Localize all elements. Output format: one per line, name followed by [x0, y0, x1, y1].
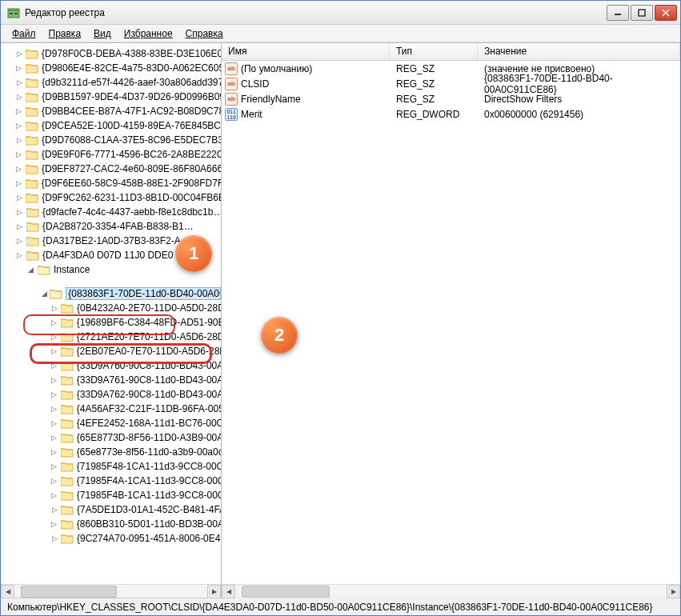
expand-icon[interactable]: ▷ [50, 304, 58, 313]
value-row[interactable]: ab CLSID REG_SZ {083863F1-70DE-11d0-BD40… [222, 76, 680, 91]
tree-key[interactable]: ▷{D9F6EE60-58C9-458B-88E1-2F908FD7F87… [4, 176, 221, 190]
tree-key[interactable]: ▷{71985F4A-1CA1-11d3-9CC8-00C0… [4, 474, 221, 488]
expand-icon[interactable]: ▷ [15, 93, 23, 102]
tree-key[interactable]: ▷{33D9A762-90C8-11d0-BD43-00A0… [4, 387, 221, 402]
tree-key[interactable]: ▷{D9806E4E-82CE-4a75-83D0-A062EC6053… [4, 61, 221, 75]
folder-icon [61, 476, 74, 486]
tree-key[interactable]: ▷{860BB310-5D01-11d0-BD3B-00A0… [4, 517, 221, 531]
header-name[interactable]: Имя [222, 43, 390, 60]
tree-key[interactable]: ▷{19689BF6-C384-48FD-AD51-90E5… [4, 315, 221, 330]
expand-icon[interactable]: ▷ [15, 208, 24, 217]
tree-key[interactable]: ▷{D9CEA52E-100D-4159-89EA-76E845BC13… [4, 118, 221, 133]
tree-key[interactable]: ▷{7A5DE1D3-01A1-452C-B481-4FA… [4, 502, 221, 517]
expand-icon[interactable]: ▷ [50, 534, 58, 543]
tree-key[interactable]: ▷{DA2B8720-3354-4FAB-B838-B1… [4, 219, 221, 234]
expand-icon[interactable]: ▷ [15, 122, 23, 130]
tree-key[interactable]: ▷{d9b3211d-e57f-4426-aaef-30a806add397… [4, 75, 221, 90]
expand-icon[interactable]: ▷ [50, 477, 58, 486]
tree-key[interactable]: ▷{0B4232A0-2E70-11D0-A5D0-28D… [4, 301, 221, 315]
expand-icon[interactable]: ▷ [15, 165, 23, 174]
header-value[interactable]: Значение [478, 43, 680, 60]
tree-key-label: {D9D76088-C1AA-37E5-8C96-E5DEC7B32… [42, 134, 221, 146]
folder-icon [61, 390, 74, 400]
menu-favorites[interactable]: Избранное [119, 26, 178, 41]
expand-icon[interactable]: ▷ [50, 448, 58, 457]
tree-key[interactable]: ▷{D978F0CB-DEBA-4388-83BE-D3E106E02… [4, 46, 221, 61]
expand-icon[interactable]: ▷ [50, 333, 58, 342]
expand-icon[interactable]: ▷ [50, 362, 58, 370]
tree-key[interactable]: ▷{71985F4B-1CA1-11d3-9CC8-00C0… [4, 488, 221, 502]
values-hscrollbar[interactable]: ◀ ▶ [222, 584, 680, 598]
menu-edit[interactable]: Правка [44, 26, 86, 41]
value-type: REG_SZ [390, 78, 478, 90]
tree-key[interactable]: ▷{2721AE20-7E70-11D0-A5D6-28DE… [4, 330, 221, 344]
content-area: ▷{D978F0CB-DEBA-4388-83BE-D3E106E02…▷{D9… [1, 42, 680, 598]
expand-icon[interactable]: ▷ [15, 107, 23, 116]
collapse-icon[interactable]: ◢ [41, 290, 47, 298]
expand-icon[interactable]: ▷ [50, 462, 58, 471]
expand-icon[interactable]: ▷ [50, 520, 58, 529]
scroll-left-icon[interactable]: ◀ [1, 585, 14, 598]
expand-icon[interactable]: ▷ [50, 419, 58, 428]
header-type[interactable]: Тип [390, 43, 478, 60]
expand-icon[interactable]: ▷ [50, 506, 58, 514]
expand-icon[interactable]: ▷ [15, 50, 23, 58]
expand-icon[interactable]: ▷ [15, 251, 24, 260]
folder-icon [26, 49, 38, 59]
tree-key[interactable]: ▷{71985F48-1CA1-11d3-9CC8-00C0… [4, 459, 221, 474]
expand-icon[interactable]: ▷ [15, 78, 23, 87]
tree-key[interactable]: ▷{33D9A760-90C8-11d0-BD43-00A0… [4, 358, 221, 373]
expand-icon[interactable]: ▷ [50, 318, 58, 327]
menu-file[interactable]: Файл [7, 26, 41, 41]
value-name: FriendlyName [241, 94, 390, 105]
expand-icon[interactable]: ▷ [15, 150, 23, 159]
tree-key[interactable]: ▷{d9facfe7-4c4c-4437-aebb-f8e1c8dbc1b… [4, 205, 221, 219]
tree-key[interactable]: ▷{D9D76088-C1AA-37E5-8C96-E5DEC7B32… [4, 133, 221, 147]
tree-key[interactable]: ▷{65e8773e-8f56-11d0-a3b9-00a0c9… [4, 445, 221, 459]
expand-icon[interactable]: ▷ [15, 136, 23, 145]
maximize-button[interactable] [631, 5, 653, 21]
folder-icon [26, 63, 38, 74]
tree-key[interactable]: ▷{4EFE2452-168A-11d1-BC76-00C0… [4, 416, 221, 430]
tree-key-selected[interactable]: ◢{083863F1-70DE-11d0-BD40-00A0C911CE86} [4, 286, 221, 301]
tree-key[interactable]: ▷{D9BB4CEE-B87A-47F1-AC92-B08D9C781… [4, 104, 221, 118]
tree-key[interactable]: ▷{2EB07EA0-7E70-11D0-A5D6-28DE… [4, 344, 221, 358]
tree-key[interactable]: ▷{9C274A70-0951-451A-8006-0E49… [4, 531, 221, 546]
minimize-button[interactable] [607, 5, 629, 21]
expand-icon[interactable]: ▷ [50, 376, 58, 385]
expand-icon[interactable]: ▷ [50, 390, 58, 399]
close-button[interactable] [655, 5, 677, 21]
folder-icon [26, 121, 38, 131]
expand-icon[interactable]: ▷ [50, 434, 58, 442]
expand-icon[interactable]: ▷ [15, 179, 23, 188]
tree-key-label: {D9EF8727-CAC2-4e60-809E-86F80A666C… [42, 163, 221, 174]
tree-key[interactable]: ▷{4A56AF32-C21F-11DB-96FA-0050… [4, 402, 221, 416]
titlebar[interactable]: Редактор реестра [1, 1, 680, 25]
value-row[interactable]: 011110 Merit REG_DWORD 0x00600000 (62914… [222, 106, 680, 122]
expand-icon[interactable]: ▷ [50, 405, 58, 414]
scroll-right-icon[interactable]: ▶ [207, 585, 221, 598]
tree-key[interactable]: ▷{D9F9C262-6231-11D3-8B1D-00C04FB6B… [4, 190, 221, 205]
scroll-left-icon[interactable]: ◀ [222, 585, 235, 598]
tree-key[interactable]: ▷{33D9A761-90C8-11d0-BD43-00A0… [4, 373, 221, 387]
value-row[interactable]: ab FriendlyName REG_SZ DirectShow Filter… [222, 91, 680, 106]
tree-key[interactable]: ▷{D9EF8727-CAC2-4e60-809E-86F80A666C… [4, 162, 221, 176]
scroll-right-icon[interactable]: ▶ [667, 585, 680, 598]
expand-icon[interactable]: ▷ [15, 222, 24, 231]
tree-key[interactable]: ▷{D9BB1597-9DE4-4D37-9D26-9D0996B09… [4, 90, 221, 104]
string-value-icon: ab [225, 93, 238, 106]
expand-icon[interactable]: ▷ [15, 237, 24, 246]
expand-icon[interactable]: ▷ [50, 491, 58, 500]
tree-key-label: {DA2B8720-3354-4FAB-B838-B1… [42, 221, 194, 232]
collapse-icon[interactable]: ◢ [26, 266, 35, 274]
tree-hscrollbar[interactable]: ◀ ▶ [1, 584, 221, 598]
menu-view[interactable]: Вид [89, 26, 116, 41]
menu-help[interactable]: Справка [181, 26, 228, 41]
expand-icon[interactable]: ▷ [15, 194, 23, 202]
tree-key-label: {d9b3211d-e57f-4426-aaef-30a806add397… [42, 77, 221, 88]
tree-key[interactable]: ▷{65E8773D-8F56-11D0-A3B9-00A0… [4, 430, 221, 445]
statusbar-path: Компьютер\HKEY_CLASSES_ROOT\CLSID\{DA4E3… [7, 602, 653, 613]
tree-key[interactable]: ▷{D9E9F0F6-7771-4596-BC26-2A8BE222CB… [4, 147, 221, 162]
expand-icon[interactable]: ▷ [50, 347, 58, 356]
expand-icon[interactable]: ▷ [15, 64, 23, 73]
